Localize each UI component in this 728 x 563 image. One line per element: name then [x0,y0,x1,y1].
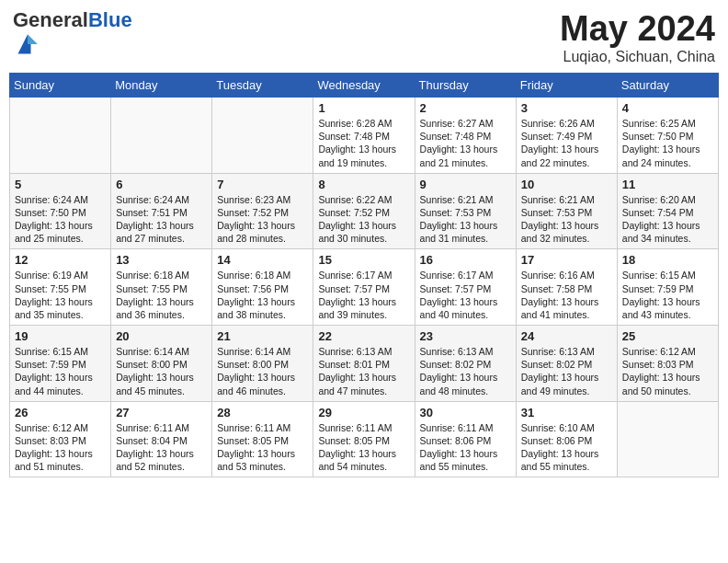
day-number: 11 [622,178,713,191]
calendar-cell [617,401,718,477]
day-number: 6 [116,178,207,191]
main-title: May 2024 [560,9,715,49]
calendar-cell: 12Sunrise: 6:19 AM Sunset: 7:55 PM Dayli… [10,249,111,326]
day-info: Sunrise: 6:18 AM Sunset: 7:56 PM Dayligh… [217,269,308,321]
day-number: 19 [15,329,106,343]
day-number: 26 [15,406,106,419]
week-row-4: 19Sunrise: 6:15 AM Sunset: 7:59 PM Dayli… [10,326,719,402]
day-number: 20 [116,329,207,343]
calendar-cell: 23Sunrise: 6:13 AM Sunset: 8:02 PM Dayli… [415,326,516,402]
calendar-cell [10,98,111,174]
day-number: 4 [622,101,713,115]
calendar-cell: 19Sunrise: 6:15 AM Sunset: 7:59 PM Dayli… [10,326,111,402]
day-number: 15 [318,253,409,267]
day-info: Sunrise: 6:19 AM Sunset: 7:55 PM Dayligh… [15,269,106,321]
calendar-cell: 8Sunrise: 6:22 AM Sunset: 7:52 PM Daylig… [313,173,415,249]
day-info: Sunrise: 6:20 AM Sunset: 7:54 PM Dayligh… [622,193,713,246]
day-number: 28 [217,406,308,419]
day-info: Sunrise: 6:17 AM Sunset: 7:57 PM Dayligh… [318,269,409,321]
calendar-cell: 22Sunrise: 6:13 AM Sunset: 8:01 PM Dayli… [313,326,415,402]
days-of-week-row: SundayMondayTuesdayWednesdayThursdayFrid… [10,74,719,98]
day-info: Sunrise: 6:24 AM Sunset: 7:50 PM Dayligh… [15,193,106,246]
day-number: 18 [622,253,713,267]
day-info: Sunrise: 6:11 AM Sunset: 8:05 PM Dayligh… [318,421,409,474]
day-number: 22 [318,329,409,343]
day-number: 13 [116,253,207,267]
day-number: 10 [521,178,612,191]
day-number: 23 [420,329,511,343]
calendar-cell: 6Sunrise: 6:24 AM Sunset: 7:51 PM Daylig… [111,173,212,249]
day-info: Sunrise: 6:16 AM Sunset: 7:58 PM Dayligh… [521,269,612,321]
calendar-cell: 24Sunrise: 6:13 AM Sunset: 8:02 PM Dayli… [516,326,617,402]
logo-general: General [13,8,88,31]
day-info: Sunrise: 6:13 AM Sunset: 8:02 PM Dayligh… [420,345,511,397]
calendar-cell: 26Sunrise: 6:12 AM Sunset: 8:03 PM Dayli… [10,401,111,477]
calendar-cell: 11Sunrise: 6:20 AM Sunset: 7:54 PM Dayli… [617,173,718,249]
svg-marker-1 [28,35,38,45]
day-info: Sunrise: 6:17 AM Sunset: 7:57 PM Dayligh… [420,269,511,321]
calendar-cell [111,98,212,174]
day-info: Sunrise: 6:11 AM Sunset: 8:05 PM Dayligh… [217,421,308,474]
day-number: 5 [15,178,106,191]
logo: GeneralBlue [13,9,132,61]
day-info: Sunrise: 6:21 AM Sunset: 7:53 PM Dayligh… [521,193,612,246]
calendar-cell: 5Sunrise: 6:24 AM Sunset: 7:50 PM Daylig… [10,173,111,249]
calendar-cell: 28Sunrise: 6:11 AM Sunset: 8:05 PM Dayli… [212,401,313,477]
day-info: Sunrise: 6:14 AM Sunset: 8:00 PM Dayligh… [217,345,308,397]
day-info: Sunrise: 6:11 AM Sunset: 8:04 PM Dayligh… [116,421,207,474]
day-of-week-sunday: Sunday [10,74,111,98]
day-info: Sunrise: 6:11 AM Sunset: 8:06 PM Dayligh… [420,421,511,474]
day-info: Sunrise: 6:12 AM Sunset: 8:03 PM Dayligh… [15,421,106,474]
calendar-cell: 20Sunrise: 6:14 AM Sunset: 8:00 PM Dayli… [111,326,212,402]
calendar-table: SundayMondayTuesdayWednesdayThursdayFrid… [9,73,719,477]
day-number: 8 [318,178,409,191]
calendar-cell: 18Sunrise: 6:15 AM Sunset: 7:59 PM Dayli… [617,249,718,326]
calendar-cell: 4Sunrise: 6:25 AM Sunset: 7:50 PM Daylig… [617,98,718,174]
calendar-cell: 14Sunrise: 6:18 AM Sunset: 7:56 PM Dayli… [212,249,313,326]
logo-icon [15,31,40,57]
day-info: Sunrise: 6:26 AM Sunset: 7:49 PM Dayligh… [521,117,612,169]
day-info: Sunrise: 6:12 AM Sunset: 8:03 PM Dayligh… [622,345,713,397]
day-number: 24 [521,329,612,343]
day-info: Sunrise: 6:22 AM Sunset: 7:52 PM Dayligh… [318,193,409,246]
calendar-cell: 2Sunrise: 6:27 AM Sunset: 7:48 PM Daylig… [415,98,516,174]
day-number: 14 [217,253,308,267]
calendar-cell: 25Sunrise: 6:12 AM Sunset: 8:03 PM Dayli… [617,326,718,402]
subtitle: Luqiao, Sichuan, China [560,49,715,65]
day-number: 25 [622,329,713,343]
calendar-cell: 29Sunrise: 6:11 AM Sunset: 8:05 PM Dayli… [313,401,415,477]
day-info: Sunrise: 6:10 AM Sunset: 8:06 PM Dayligh… [521,421,612,474]
calendar-cell: 31Sunrise: 6:10 AM Sunset: 8:06 PM Dayli… [516,401,617,477]
calendar-header: SundayMondayTuesdayWednesdayThursdayFrid… [10,74,719,98]
week-row-3: 12Sunrise: 6:19 AM Sunset: 7:55 PM Dayli… [10,249,719,326]
calendar-cell: 10Sunrise: 6:21 AM Sunset: 7:53 PM Dayli… [516,173,617,249]
calendar-cell: 21Sunrise: 6:14 AM Sunset: 8:00 PM Dayli… [212,326,313,402]
day-info: Sunrise: 6:13 AM Sunset: 8:02 PM Dayligh… [521,345,612,397]
day-number: 7 [217,178,308,191]
day-info: Sunrise: 6:24 AM Sunset: 7:51 PM Dayligh… [116,193,207,246]
week-row-5: 26Sunrise: 6:12 AM Sunset: 8:03 PM Dayli… [10,401,719,477]
calendar-body: 1Sunrise: 6:28 AM Sunset: 7:48 PM Daylig… [10,98,719,477]
week-row-1: 1Sunrise: 6:28 AM Sunset: 7:48 PM Daylig… [10,98,719,174]
day-info: Sunrise: 6:15 AM Sunset: 7:59 PM Dayligh… [15,345,106,397]
day-info: Sunrise: 6:21 AM Sunset: 7:53 PM Dayligh… [420,193,511,246]
day-number: 21 [217,329,308,343]
day-info: Sunrise: 6:14 AM Sunset: 8:00 PM Dayligh… [116,345,207,397]
page-header: GeneralBlue May 2024 Luqiao, Sichuan, Ch… [9,9,719,65]
day-of-week-saturday: Saturday [617,74,718,98]
day-of-week-thursday: Thursday [415,74,516,98]
day-number: 2 [420,101,511,115]
day-number: 29 [318,406,409,419]
day-of-week-tuesday: Tuesday [212,74,313,98]
calendar-cell [212,98,313,174]
calendar-cell: 3Sunrise: 6:26 AM Sunset: 7:49 PM Daylig… [516,98,617,174]
day-number: 30 [420,406,511,419]
calendar-cell: 9Sunrise: 6:21 AM Sunset: 7:53 PM Daylig… [415,173,516,249]
day-of-week-friday: Friday [516,74,617,98]
day-number: 31 [521,406,612,419]
calendar-cell: 30Sunrise: 6:11 AM Sunset: 8:06 PM Dayli… [415,401,516,477]
day-info: Sunrise: 6:13 AM Sunset: 8:01 PM Dayligh… [318,345,409,397]
day-number: 17 [521,253,612,267]
title-block: May 2024 Luqiao, Sichuan, China [560,9,715,65]
day-info: Sunrise: 6:15 AM Sunset: 7:59 PM Dayligh… [622,269,713,321]
